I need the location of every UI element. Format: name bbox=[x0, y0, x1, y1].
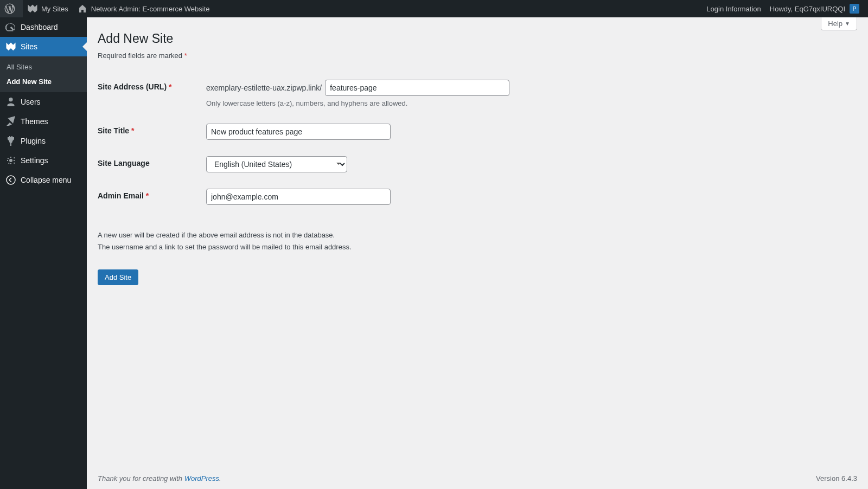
my-sites-link[interactable]: My Sites bbox=[23, 0, 73, 17]
admin-email-label: Admin Email * bbox=[98, 181, 206, 213]
site-address-input[interactable] bbox=[325, 80, 509, 96]
site-title-label: Site Title * bbox=[98, 115, 206, 148]
sidebar-item-label: Plugins bbox=[21, 137, 46, 145]
sidebar-item-themes[interactable]: Themes bbox=[0, 112, 87, 131]
sidebar-item-label: Sites bbox=[21, 42, 37, 51]
admin-email-input[interactable] bbox=[206, 189, 391, 205]
my-sites-label: My Sites bbox=[41, 5, 68, 13]
footer-wordpress-link[interactable]: WordPress bbox=[184, 474, 219, 482]
add-site-button[interactable]: Add Site bbox=[98, 269, 138, 285]
collapse-menu[interactable]: Collapse menu bbox=[0, 170, 87, 190]
avatar: P bbox=[850, 4, 859, 14]
sidebar-item-dashboard[interactable]: Dashboard bbox=[0, 17, 87, 37]
label-text: Admin Email bbox=[98, 191, 146, 200]
sidebar-item-users[interactable]: Users bbox=[0, 92, 87, 112]
sidebar-item-settings[interactable]: Settings bbox=[0, 151, 87, 170]
sidebar-item-label: Users bbox=[21, 98, 41, 106]
svg-point-0 bbox=[7, 176, 15, 184]
network-admin-link[interactable]: Network Admin: E-commerce Website bbox=[73, 0, 214, 17]
sidebar-item-sites[interactable]: Sites bbox=[0, 37, 87, 56]
admin-toolbar: My Sites Network Admin: E-commerce Websi… bbox=[0, 0, 868, 17]
required-note-text: Required fields are marked bbox=[98, 52, 184, 60]
sidebar-subitem-add-new-site[interactable]: Add New Site bbox=[0, 74, 87, 89]
add-site-form: Site Address (URL) * exemplary-estilette… bbox=[98, 72, 857, 213]
sidebar-item-label: Settings bbox=[21, 156, 48, 165]
footer-version: Version 6.4.3 bbox=[816, 474, 857, 482]
sidebar-submenu-sites: All Sites Add New Site bbox=[0, 56, 87, 92]
footer-thanks-suffix: . bbox=[219, 474, 221, 482]
login-information-link[interactable]: Login Information bbox=[702, 0, 765, 17]
admin-sidebar: Dashboard Sites All Sites Add New Site U… bbox=[0, 17, 87, 489]
site-address-prefix: exemplary-estilette-uax.zipwp.link/ bbox=[206, 83, 322, 92]
required-asterisk: * bbox=[169, 82, 171, 91]
required-asterisk: * bbox=[131, 126, 134, 135]
sidebar-item-label: Dashboard bbox=[21, 23, 58, 31]
site-language-select[interactable]: English (United States) bbox=[206, 156, 347, 172]
label-text: Site Title bbox=[98, 126, 131, 135]
site-title-input[interactable] bbox=[206, 124, 391, 140]
required-asterisk: * bbox=[146, 191, 149, 200]
collapse-icon bbox=[5, 175, 16, 185]
network-admin-label: Network Admin: E-commerce Website bbox=[91, 5, 210, 13]
site-address-hint: Only lowercase letters (a-z), numbers, a… bbox=[206, 99, 852, 107]
home-icon bbox=[77, 3, 88, 14]
sites-icon bbox=[5, 41, 16, 52]
sidebar-item-label: Themes bbox=[21, 117, 48, 126]
footer-thanks-prefix: Thank you for creating with bbox=[98, 474, 184, 482]
site-address-label: Site Address (URL) * bbox=[98, 72, 206, 115]
wordpress-icon bbox=[4, 3, 15, 14]
footer: Thank you for creating with WordPress. V… bbox=[87, 468, 868, 489]
login-information-label: Login Information bbox=[706, 5, 761, 13]
sidebar-subitem-all-sites[interactable]: All Sites bbox=[0, 60, 87, 74]
site-language-label: Site Language bbox=[98, 148, 206, 181]
label-text: Site Address (URL) bbox=[98, 82, 169, 91]
sidebar-item-plugins[interactable]: Plugins bbox=[0, 131, 87, 151]
settings-icon bbox=[5, 155, 16, 166]
chevron-down-icon: ▼ bbox=[845, 21, 850, 27]
my-account[interactable]: Howdy, EqG7qxIURQQI P bbox=[765, 0, 864, 17]
howdy-text: Howdy, EqG7qxIURQQI bbox=[770, 5, 845, 13]
help-toggle[interactable]: Help ▼ bbox=[821, 17, 857, 30]
users-icon bbox=[5, 96, 16, 107]
plugins-icon bbox=[5, 136, 16, 146]
collapse-label: Collapse menu bbox=[21, 176, 71, 184]
notice-line-2: The username and a link to set the passw… bbox=[98, 243, 352, 251]
dashboard-icon bbox=[5, 22, 16, 33]
notice-line-1: A new user will be created if the above … bbox=[98, 231, 335, 239]
help-label: Help bbox=[828, 20, 843, 28]
sites-icon bbox=[27, 3, 38, 14]
required-note: Required fields are marked * bbox=[98, 52, 857, 60]
required-asterisk: * bbox=[184, 52, 187, 60]
themes-icon bbox=[5, 116, 16, 127]
page-title: Add New Site bbox=[98, 31, 857, 46]
wp-logo[interactable] bbox=[0, 0, 23, 17]
new-user-notice: A new user will be created if the above … bbox=[98, 229, 857, 253]
